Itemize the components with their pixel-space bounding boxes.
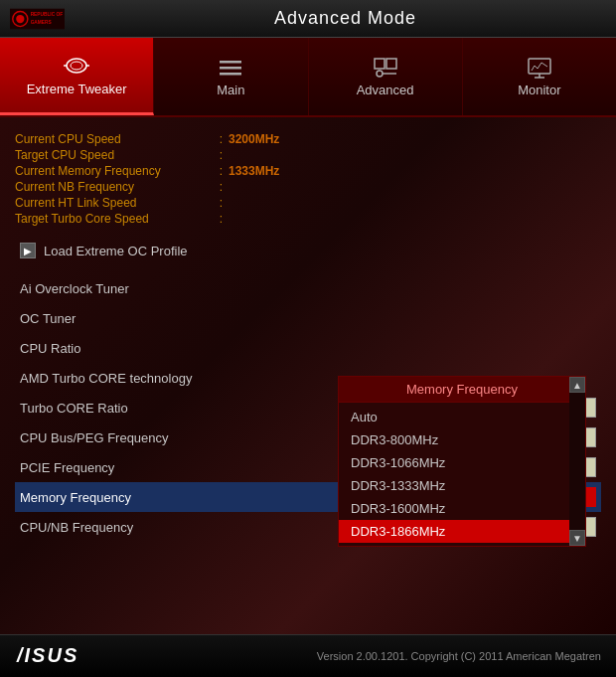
extreme-tweaker-icon (63, 54, 90, 78)
advanced-icon (373, 57, 398, 79)
cpu-speed-colon: : (214, 132, 229, 146)
monitor-icon (527, 57, 552, 79)
svg-rect-9 (220, 61, 241, 64)
scroll-track (570, 393, 584, 530)
header-title: Advanced Mode (84, 8, 606, 29)
dropdown-item-ddr3-1866[interactable]: DDR3-1866MHz (339, 520, 585, 543)
tab-monitor-label: Monitor (518, 83, 560, 97)
dropdown-title: Memory Frequency (339, 377, 585, 403)
svg-rect-12 (375, 59, 385, 69)
load-oc-profile-button[interactable]: ▶ Load Extreme OC Profile (15, 236, 601, 265)
content-area: Current CPU Speed : 3200MHz Target CPU S… (0, 117, 616, 634)
dropdown-item-auto[interactable]: Auto (339, 406, 585, 428)
dropdown-item-ddr3-800[interactable]: DDR3-800MHz (339, 428, 585, 451)
footer-copyright: Version 2.00.1201. Copyright (C) 2011 Am… (317, 650, 601, 662)
svg-point-2 (16, 14, 24, 22)
dropdown-list: Auto DDR3-800MHz DDR3-1066MHz DDR3-1333M… (339, 403, 585, 546)
svg-point-6 (71, 62, 82, 70)
svg-point-5 (67, 59, 86, 73)
memory-freq-value: 1333MHz (229, 164, 279, 178)
asus-logo: /ISUS (15, 640, 84, 673)
memory-frequency-dropdown[interactable]: Memory Frequency Auto DDR3-800MHz DDR3-1… (338, 376, 586, 547)
ai-overclock-row[interactable]: Ai Overclock Tuner (15, 273, 601, 303)
target-cpu-row: Target CPU Speed : (15, 148, 601, 162)
scroll-up-button[interactable]: ▲ (569, 377, 585, 393)
turbo-core-label: Target Turbo Core Speed (15, 212, 214, 226)
dropdown-item-ddr3-1333[interactable]: DDR3-1333MHz (339, 474, 585, 497)
main-icon (218, 57, 243, 79)
memory-freq-label: Current Memory Frequency (15, 164, 214, 178)
tab-extreme-tweaker-label: Extreme Tweaker (27, 82, 127, 96)
nb-freq-row: Current NB Frequency : (15, 180, 601, 194)
tab-advanced-label: Advanced (357, 83, 414, 97)
svg-text:/ISUS: /ISUS (16, 644, 78, 666)
svg-rect-11 (220, 73, 241, 76)
turbo-core-colon: : (214, 212, 229, 226)
oc-tuner-label: OC Tuner (20, 311, 596, 326)
arrow-icon: ▶ (20, 243, 36, 258)
dropdown-item-ddr3-1600[interactable]: DDR3-1600MHz (339, 497, 585, 520)
cpu-speed-label: Current CPU Speed (15, 132, 214, 146)
tab-bar: Extreme Tweaker Main Advanced Monitor (0, 38, 616, 117)
scroll-down-button[interactable]: ▼ (569, 530, 585, 546)
oc-tuner-row[interactable]: OC Tuner (15, 303, 601, 333)
tab-main[interactable]: Main (154, 38, 308, 115)
cpu-speed-value: 3200MHz (229, 132, 279, 146)
svg-text:REPUBLIC OF: REPUBLIC OF (31, 12, 64, 17)
rog-logo-area: REPUBLIC OF GAMERS (10, 4, 65, 34)
load-oc-profile-label: Load Extreme OC Profile (44, 244, 188, 258)
ht-link-label: Current HT Link Speed (15, 196, 214, 210)
memory-freq-row: Current Memory Frequency : 1333MHz (15, 164, 601, 178)
info-section: Current CPU Speed : 3200MHz Target CPU S… (15, 132, 601, 226)
ai-overclock-label: Ai Overclock Tuner (20, 281, 596, 296)
tab-advanced[interactable]: Advanced (309, 38, 463, 115)
svg-point-14 (377, 71, 383, 77)
cpu-ratio-row[interactable]: CPU Ratio (15, 333, 601, 363)
memory-freq-colon: : (214, 164, 229, 178)
ht-link-row: Current HT Link Speed : (15, 196, 601, 210)
svg-text:GAMERS: GAMERS (31, 19, 53, 24)
ht-link-colon: : (214, 196, 229, 210)
cpu-speed-row: Current CPU Speed : 3200MHz (15, 132, 601, 146)
tab-monitor[interactable]: Monitor (463, 38, 616, 115)
cpu-ratio-label: CPU Ratio (20, 341, 596, 356)
target-cpu-label: Target CPU Speed (15, 148, 214, 162)
nb-freq-label: Current NB Frequency (15, 180, 214, 194)
turbo-core-row: Target Turbo Core Speed : (15, 212, 601, 226)
target-cpu-colon: : (214, 148, 229, 162)
dropdown-item-ddr3-1066[interactable]: DDR3-1066MHz (339, 451, 585, 474)
asus-logo-icon: /ISUS (15, 640, 84, 668)
rog-logo-icon: REPUBLIC OF GAMERS (10, 4, 65, 34)
header: REPUBLIC OF GAMERS Advanced Mode (0, 0, 616, 38)
footer: /ISUS Version 2.00.1201. Copyright (C) 2… (0, 634, 616, 677)
tab-extreme-tweaker[interactable]: Extreme Tweaker (0, 38, 154, 115)
dropdown-scrollbar[interactable]: ▲ ▼ (569, 377, 585, 546)
nb-freq-colon: : (214, 180, 229, 194)
svg-rect-13 (386, 59, 396, 69)
tab-main-label: Main (217, 83, 244, 97)
svg-rect-10 (220, 67, 241, 70)
